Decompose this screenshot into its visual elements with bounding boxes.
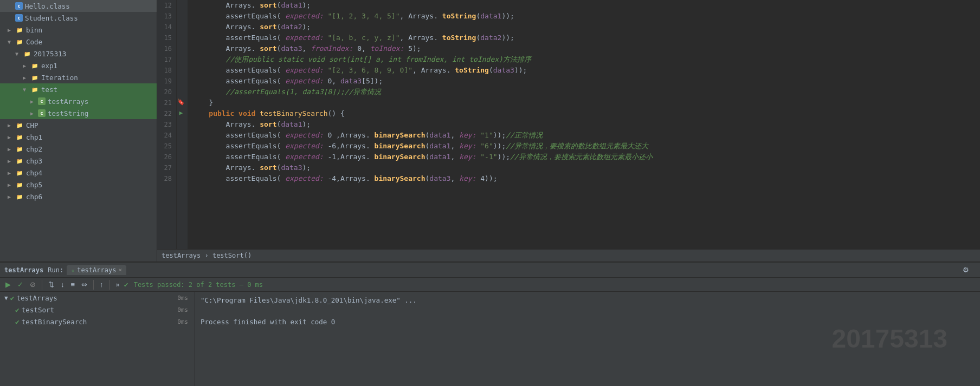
tree-arrow: ▶: [8, 122, 15, 128]
run-toolbar: ▶ ✓ ⊘ ⇅ ↓ ≡ ⇔ ↑ » ✔ Tests passed: 2 of 2…: [0, 278, 980, 292]
folder-icon: 📁: [30, 85, 39, 94]
test-label-testSort: testSort: [22, 306, 54, 314]
tree-arrow: ▶: [8, 182, 15, 188]
class-green-icon: c: [38, 109, 46, 117]
sidebar-item-label: testString: [48, 109, 88, 117]
output-line-2: [201, 306, 975, 317]
test-item-testSort[interactable]: ✔ testSort 0ms: [0, 304, 195, 316]
class-green-icon: c: [38, 97, 46, 105]
folder-icon: 📁: [15, 121, 24, 129]
run-label: testArrays: [4, 266, 43, 274]
code-line-22: public void testBinarySearch() {: [192, 108, 980, 119]
check-icon-testSort: ✔: [15, 306, 20, 314]
folder-icon: 📁: [15, 145, 24, 153]
toolbar-separator-1: [42, 280, 42, 290]
tree-arrow: ▶: [8, 158, 15, 164]
tree-arrow: ▶: [30, 99, 38, 104]
more-button[interactable]: »: [114, 279, 122, 290]
play-button[interactable]: ▶: [3, 279, 13, 290]
sidebar-item-label: 20175313: [34, 50, 66, 58]
folder-icon: 📁: [15, 133, 24, 141]
sidebar-item-chp6[interactable]: ▶ 📁 chp6: [0, 191, 157, 202]
code-line-25: assertEquals( expected: -6,Arrays. binar…: [192, 141, 980, 152]
class-icon: c: [15, 14, 23, 22]
sidebar-item-label: chp6: [26, 193, 42, 201]
check-button[interactable]: ✓: [15, 279, 25, 290]
toolbar-separator-3: [109, 280, 110, 290]
pass-check-icon: ✔: [124, 280, 128, 289]
gear-container: ⚙: [960, 265, 976, 275]
up-button[interactable]: ↑: [98, 279, 106, 290]
tree-arrow: ▶: [8, 170, 15, 176]
run-gutter-icon[interactable]: ▶: [177, 108, 188, 119]
sidebar-item-CHP[interactable]: ▶ 📁 CHP: [0, 119, 157, 131]
tree-arrow: ▶: [23, 75, 30, 81]
test-item-testArrays[interactable]: ▼ ✔ testArrays 0ms: [0, 292, 195, 304]
close-tab-button[interactable]: ✕: [118, 266, 122, 273]
sidebar-item-label: chp2: [26, 145, 42, 153]
run-body: ▼ ✔ testArrays 0ms ✔ testSort 0ms ✔ test…: [0, 292, 980, 386]
tree-arrow: ▼: [23, 87, 30, 93]
code-editor[interactable]: Arrays. sort(data1); assertEquals( expec…: [188, 0, 980, 249]
toolbar-separator-2: [93, 280, 94, 290]
sidebar-item-code[interactable]: ▼ 📁 Code: [0, 36, 157, 48]
editor-content: 12 13 14 15 16 17 18 19 20 21 22 23 24 2…: [157, 0, 980, 249]
sidebar-item-chp1[interactable]: ▶ 📁 chp1: [0, 131, 157, 143]
check-icon-testBinarySearch: ✔: [15, 318, 20, 326]
duration-testSort: 0ms: [177, 306, 190, 313]
code-line-17: //使用public static void sort(int[] a, int…: [192, 54, 980, 65]
duration-testBinarySearch: 0ms: [177, 318, 190, 325]
folder-icon: 📁: [30, 61, 39, 70]
sidebar-item-chp4[interactable]: ▶ 📁 chp4: [0, 167, 157, 179]
folder-icon: 📁: [15, 156, 24, 165]
run-tab-testArrays[interactable]: ⬦ testArrays ✕: [67, 265, 126, 275]
sidebar-item-label: Iteration: [41, 74, 78, 82]
tree-arrow: ▶: [8, 146, 15, 152]
sidebar-item-binn[interactable]: ▶ 📁 binn: [0, 24, 157, 36]
sidebar-item-iteration[interactable]: ▶ 📁 Iteration: [0, 71, 157, 83]
expand-button[interactable]: ⇔: [79, 279, 89, 290]
tree-arrow: ▼: [15, 51, 23, 57]
sidebar-item-chp3[interactable]: ▶ 📁 chp3: [0, 155, 157, 167]
sidebar-item-hello-class[interactable]: c Hello.class: [0, 0, 157, 12]
folder-icon: 📁: [15, 25, 24, 34]
sidebar-item-exp1[interactable]: ▶ 📁 exp1: [0, 60, 157, 71]
sort-desc-button[interactable]: ↓: [59, 279, 67, 290]
run-label-text: Run:: [48, 266, 63, 274]
folder-icon: 📁: [15, 180, 24, 189]
sidebar-item-chp5[interactable]: ▶ 📁 chp5: [0, 179, 157, 191]
sidebar-item-label: test: [41, 86, 57, 94]
sidebar-item-label: binn: [26, 26, 42, 34]
sidebar-item-label: chp4: [26, 169, 42, 177]
test-pass-label: Tests passed: 2 of 2 tests – 0 ms: [134, 281, 263, 289]
code-line-15: assertEquals( expected: "[a, b, c, y, z]…: [192, 32, 980, 43]
sidebar-item-student-class[interactable]: c Student.class: [0, 12, 157, 24]
code-line-16: Arrays. sort(data3, fromIndex: 0, toInde…: [192, 43, 980, 54]
output-line-1: "C:\Program Files\Java\jdk1.8.0_201\bin\…: [201, 295, 975, 306]
tree-arrow: ▶: [23, 63, 30, 69]
sidebar-item-20175313[interactable]: ▼ 📁 20175313: [0, 48, 157, 60]
folder-icon: 📁: [15, 192, 24, 201]
sidebar-item-label: exp1: [41, 62, 57, 70]
stop-button[interactable]: ⊘: [28, 279, 38, 290]
test-item-testBinarySearch[interactable]: ✔ testBinarySearch 0ms: [0, 316, 195, 328]
run-tabs-bar: testArrays Run: ⬦ testArrays ✕ ⚙: [0, 263, 980, 278]
format-button[interactable]: ≡: [69, 279, 78, 290]
sidebar-item-label: chp3: [26, 157, 42, 165]
folder-icon: 📁: [30, 73, 39, 82]
tree-arrow: ▶: [8, 134, 15, 140]
editor-gutter: 🔖 ▶: [177, 0, 188, 249]
sidebar-item-chp2[interactable]: ▶ 📁 chp2: [0, 143, 157, 155]
breadcrumb-text: testArrays › testSort(): [162, 252, 252, 259]
tree-arrow: ▶: [8, 194, 15, 200]
bottom-panel: testArrays Run: ⬦ testArrays ✕ ⚙ ▶ ✓ ⊘ ⇅…: [0, 261, 980, 386]
code-line-24: assertEquals( expected: 0 ,Arrays. binar…: [192, 130, 980, 141]
sidebar-item-testString[interactable]: ▶ c testString: [0, 107, 157, 119]
gear-button[interactable]: ⚙: [960, 265, 971, 275]
sidebar-item-testArrays[interactable]: ▶ c testArrays: [0, 95, 157, 107]
main-area: c Hello.class c Student.class ▶ 📁 binn ▼…: [0, 0, 980, 261]
code-line-23: Arrays. sort(data1);: [192, 119, 980, 130]
sort-asc-button[interactable]: ⇅: [46, 279, 56, 290]
sidebar-item-test[interactable]: ▼ 📁 test: [0, 83, 157, 95]
tree-arrow: ▶: [30, 110, 38, 116]
